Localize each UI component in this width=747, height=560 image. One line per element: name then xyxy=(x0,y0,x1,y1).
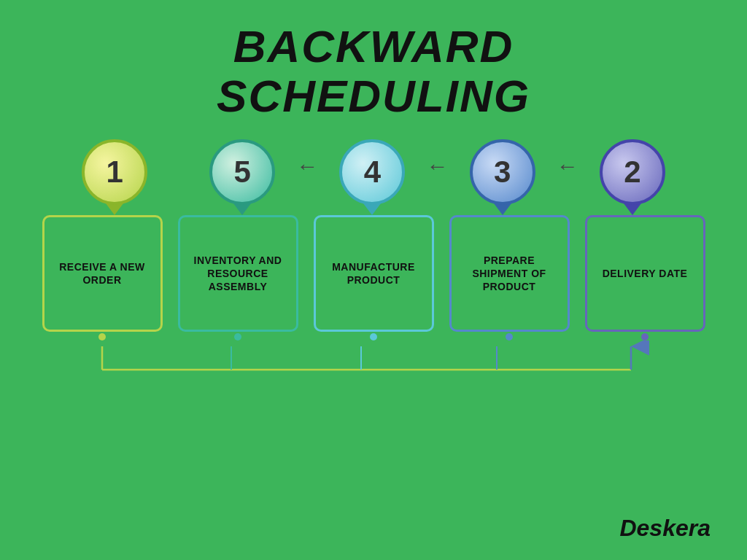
card-5: INVENTORY AND RESOURCE ASSEMBLY xyxy=(178,215,298,332)
bubble-3: 3 xyxy=(470,139,535,205)
bubble-4: 4 xyxy=(339,139,405,205)
card-dot-2 xyxy=(641,333,649,341)
step-5-container: 5 xyxy=(188,139,296,215)
card-1: RECEIVE A NEW ORDER xyxy=(42,215,163,332)
arrow-3-2: ← xyxy=(557,154,578,211)
bubble-tail-2 xyxy=(624,203,641,215)
card-3-label: PREPARE SHIPMENT OF PRODUCT xyxy=(459,254,560,294)
card-dot-5 xyxy=(234,333,241,341)
card-1-label: RECEIVE A NEW ORDER xyxy=(52,260,153,287)
bubble-tail-4 xyxy=(363,203,381,215)
title-line2: SCHEDULING xyxy=(217,71,530,121)
card-dot-1 xyxy=(98,333,106,341)
arrow-icon-5-4: ← xyxy=(296,154,318,179)
step-4-number: 4 xyxy=(364,155,381,190)
bubble-tail-3 xyxy=(494,203,511,215)
step-2-number: 2 xyxy=(624,155,640,190)
page-title: BACKWARD SCHEDULING xyxy=(0,22,747,121)
card-dot-4 xyxy=(370,333,377,341)
arrow-icon-3-2: ← xyxy=(557,154,578,179)
card-4: MANUFACTURE PRODUCT xyxy=(314,215,434,332)
arrow-4-3: ← xyxy=(427,154,449,211)
card-5-label: INVENTORY AND RESOURCE ASSEMBLY xyxy=(187,254,289,294)
logo: Deskera xyxy=(619,515,711,542)
card-4-label: MANUFACTURE PRODUCT xyxy=(323,260,425,287)
step-3-number: 3 xyxy=(494,155,511,190)
bottom-connector-svg xyxy=(33,341,714,384)
bubble-1: 1 xyxy=(82,139,147,205)
card-dot-3 xyxy=(506,333,513,341)
card-3: PREPARE SHIPMENT OF PRODUCT xyxy=(449,215,570,332)
logo-text: Deskera xyxy=(619,515,711,541)
step-2-container: 2 xyxy=(578,139,686,215)
title-line1: BACKWARD xyxy=(233,21,514,71)
page-container: BACKWARD SCHEDULING 1 5 xyxy=(0,0,747,560)
step-1-container: 1 xyxy=(61,139,169,215)
step-3-container: 3 xyxy=(449,139,557,215)
step-1-number: 1 xyxy=(106,155,123,190)
bubble-2: 2 xyxy=(600,139,665,205)
arrow-5-4: ← xyxy=(296,154,318,211)
bubble-5: 5 xyxy=(209,139,275,205)
step-4-container: 4 xyxy=(318,139,426,215)
card-2: DELIVERY DATE xyxy=(585,215,705,332)
arrow-icon-4-3: ← xyxy=(427,154,449,179)
step-5-number: 5 xyxy=(234,155,251,190)
bubble-tail-5 xyxy=(233,203,251,215)
card-2-label: DELIVERY DATE xyxy=(603,267,688,280)
title-section: BACKWARD SCHEDULING xyxy=(0,0,747,128)
bubble-tail-1 xyxy=(106,203,123,215)
